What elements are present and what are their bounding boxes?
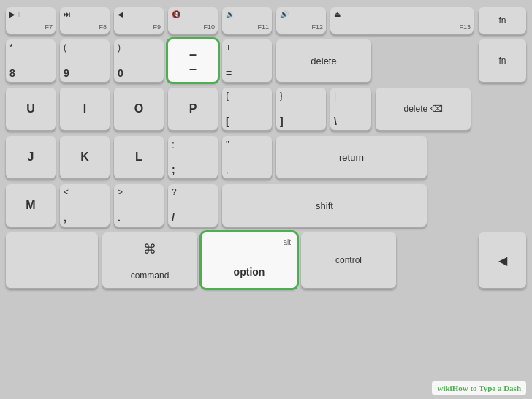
- key-p[interactable]: P: [168, 88, 218, 130]
- key-j[interactable]: J: [6, 136, 56, 178]
- key-left-arrow[interactable]: ◀: [479, 232, 526, 288]
- watermark-suffix: to Type a Dash: [468, 384, 521, 392]
- key-delete-x[interactable]: delete ⌫: [376, 88, 471, 130]
- key-return[interactable]: return: [276, 136, 427, 178]
- key-f11[interactable]: 🔉 F11: [222, 7, 272, 34]
- key-lbracket[interactable]: { [: [222, 88, 272, 130]
- key-control[interactable]: control: [301, 232, 396, 288]
- key-minus[interactable]: – –: [168, 39, 218, 82]
- key-fn-right[interactable]: fn: [479, 39, 526, 82]
- key-f12[interactable]: 🔊 F12: [276, 7, 326, 34]
- key-m[interactable]: M: [6, 184, 56, 227]
- key-delete[interactable]: delete: [276, 39, 371, 82]
- key-f10[interactable]: 🔇 F10: [168, 7, 218, 34]
- key-9[interactable]: ( 9: [60, 39, 110, 82]
- key-equals[interactable]: + =: [222, 39, 272, 82]
- key-i[interactable]: I: [60, 88, 110, 130]
- key-shift[interactable]: shift: [222, 184, 427, 227]
- keyboard-background: ▶⏸ F7 ⏭ F8 ◀ F9 🔇 F10 🔉 F11 🔊 F12 ⏏ F13 …: [0, 0, 532, 399]
- key-f9[interactable]: ◀ F9: [114, 7, 164, 34]
- key-8[interactable]: * 8: [6, 39, 56, 82]
- key-o[interactable]: O: [114, 88, 164, 130]
- key-rbracket[interactable]: } ]: [276, 88, 326, 130]
- key-command[interactable]: ⌘ command: [102, 232, 197, 288]
- key-k[interactable]: K: [60, 136, 110, 178]
- key-right-placeholder: [479, 88, 526, 130]
- key-period[interactable]: > .: [114, 184, 164, 227]
- watermark-brand: wiki: [437, 384, 452, 392]
- key-f7[interactable]: ▶⏸ F7: [6, 7, 56, 34]
- key-option[interactable]: alt option: [202, 232, 297, 288]
- key-backslash[interactable]: | \: [330, 88, 371, 130]
- key-u[interactable]: U: [6, 88, 56, 130]
- key-fn[interactable]: fn: [479, 7, 526, 34]
- key-0[interactable]: ) 0: [114, 39, 164, 82]
- key-l[interactable]: L: [114, 136, 164, 178]
- key-globe-or-fn[interactable]: [6, 232, 98, 288]
- key-semicolon[interactable]: : ;: [168, 136, 218, 178]
- key-f13[interactable]: ⏏ F13: [330, 7, 474, 34]
- key-comma[interactable]: < ,: [60, 184, 110, 227]
- watermark-how: How: [452, 384, 468, 392]
- key-f8[interactable]: ⏭ F8: [60, 7, 110, 34]
- watermark: wikiHow to Type a Dash: [432, 381, 526, 395]
- key-slash[interactable]: ? /: [168, 184, 218, 227]
- key-quote[interactable]: " ,: [222, 136, 272, 178]
